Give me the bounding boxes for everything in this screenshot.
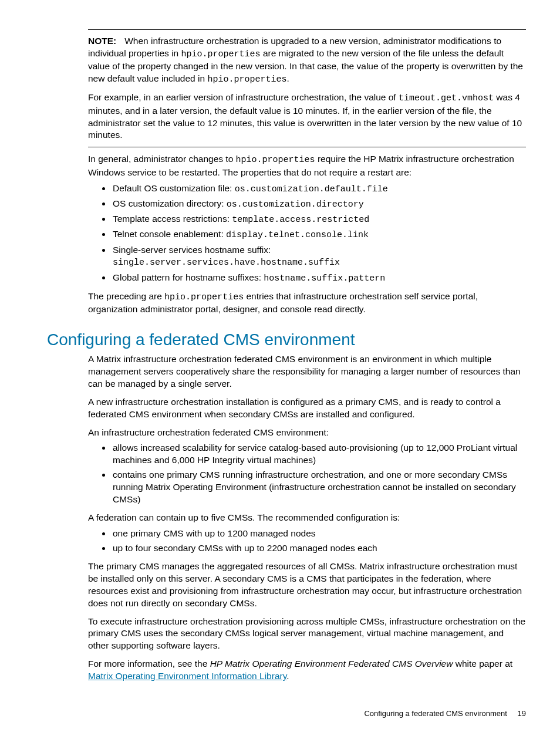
item-code: display.telnet.console.link	[226, 230, 369, 240]
item-code: os.customization.default.file	[235, 184, 388, 194]
item-code: hostname.suffix.pattern	[264, 274, 385, 283]
list-item: one primary CMS with up to 1200 managed …	[112, 528, 526, 540]
code-hpio-1: hpio.properties	[181, 49, 261, 59]
item-label: Telnet console enablement:	[113, 229, 226, 239]
fed-p1: A Matrix infrastructure orchestration fe…	[88, 353, 526, 390]
item-label: Single-server services hostname suffix:	[113, 245, 271, 255]
fed-p7-italic: HP Matrix Operating Environment Federate…	[210, 659, 453, 669]
page-container: NOTE:When infrastructure orchestration i…	[0, 0, 560, 746]
list-item: up to four secondary CMSs with up to 220…	[112, 542, 526, 555]
list-item: Default OS customization file: os.custom…	[112, 183, 526, 195]
code-hpio-4: hpio.properties	[164, 292, 244, 302]
general-text-1a: In general, administrator changes to	[88, 154, 236, 164]
note-text-1c: .	[286, 73, 289, 83]
code-hpio-3: hpio.properties	[236, 155, 315, 165]
info-library-link[interactable]: Matrix Operating Environment Information…	[88, 671, 286, 681]
fed-p6: To execute infrastructure orchestration …	[88, 616, 526, 653]
fed-list-1: allows increased scalability for service…	[88, 442, 526, 506]
fed-p7: For more information, see the HP Matrix …	[88, 658, 526, 683]
item-code: single.server.services.have.hostname.suf…	[113, 258, 340, 268]
item-label: OS customization directory:	[113, 198, 227, 208]
item-label: Template access restrictions:	[113, 214, 232, 224]
note-text-2a: For example, in an earlier version of in…	[88, 92, 399, 102]
note-paragraph-2: For example, in an earlier version of in…	[88, 92, 526, 141]
list-item: Template access restrictions: template.a…	[112, 213, 526, 226]
note-paragraph-1: NOTE:When infrastructure orchestration i…	[88, 35, 526, 86]
properties-list: Default OS customization file: os.custom…	[88, 183, 526, 285]
fed-p2: A new infrastructure orchestration insta…	[88, 396, 526, 421]
item-code: template.access.restricted	[232, 215, 369, 225]
list-item: OS customization directory: os.customiza…	[112, 198, 526, 211]
general-section: In general, administrator changes to hpi…	[88, 153, 526, 316]
fed-p5: The primary CMS manages the aggregated r…	[88, 561, 526, 610]
general-text-2a: The preceding are	[88, 291, 164, 301]
item-label: Default OS customization file:	[113, 183, 235, 193]
section-heading: Configuring a federated CMS environment	[47, 329, 526, 351]
list-item: allows increased scalability for service…	[112, 442, 526, 467]
general-intro: In general, administrator changes to hpi…	[88, 153, 526, 178]
note-label: NOTE:	[88, 36, 116, 46]
fed-p7b: white paper at	[453, 659, 512, 669]
fed-p3: An infrastructure orchestration federate…	[88, 427, 526, 439]
list-item: Global pattern for hostname suffixes: ho…	[112, 272, 526, 285]
footer-page-number: 19	[518, 709, 526, 718]
code-hpio-2: hpio.properties	[207, 75, 286, 85]
item-code: os.customization.directory	[227, 200, 364, 210]
list-item: contains one primary CMS running infrast…	[112, 469, 526, 506]
code-timeout: timeout.get.vmhost	[399, 93, 494, 103]
note-block: NOTE:When infrastructure orchestration i…	[88, 29, 526, 147]
fed-p7c: .	[286, 671, 289, 681]
fed-list-2: one primary CMS with up to 1200 managed …	[88, 528, 526, 555]
list-item: Telnet console enablement: display.telne…	[112, 228, 526, 241]
list-item: Single-server services hostname suffix: …	[112, 244, 526, 269]
footer-title: Configuring a federated CMS environment	[364, 709, 507, 718]
federated-section: A Matrix infrastructure orchestration fe…	[88, 353, 526, 683]
fed-p7a: For more information, see the	[88, 659, 210, 669]
fed-p4: A federation can contain up to five CMSs…	[88, 512, 526, 524]
general-outro: The preceding are hpio.properties entrie…	[88, 291, 526, 316]
item-label: Global pattern for hostname suffixes:	[113, 272, 264, 282]
page-footer: Configuring a federated CMS environment …	[364, 708, 526, 719]
